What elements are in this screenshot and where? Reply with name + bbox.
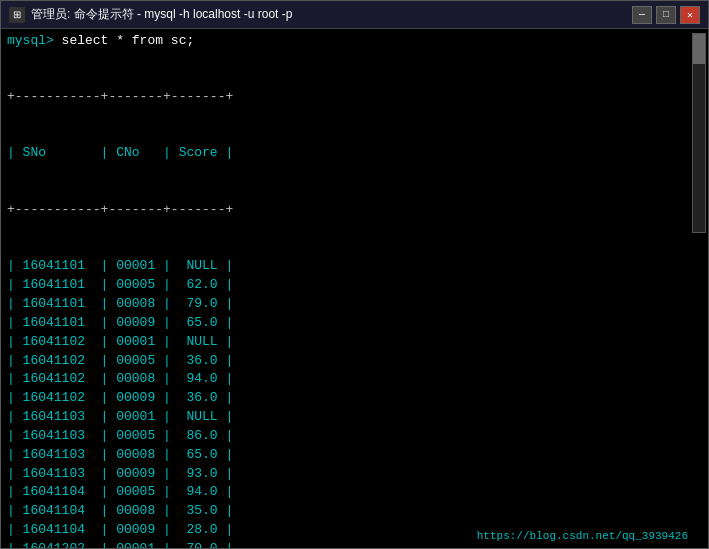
table-row: | 16041103 | 00005 | 86.0 |: [7, 427, 702, 446]
table-header: | SNo | CNo | Score |: [7, 144, 702, 163]
scrollbar-thumb[interactable]: [693, 34, 705, 64]
prompt-line: mysql> select * from sc;: [7, 33, 702, 48]
table-row: | 16041103 | 00009 | 93.0 |: [7, 465, 702, 484]
terminal-body[interactable]: mysql> select * from sc; +-----------+--…: [1, 29, 708, 548]
scrollbar[interactable]: [692, 33, 706, 233]
table-row: | 16041103 | 00008 | 65.0 |: [7, 446, 702, 465]
table-row: | 16041102 | 00001 | NULL |: [7, 333, 702, 352]
table-row: | 16041101 | 00008 | 79.0 |: [7, 295, 702, 314]
title-bar-left: ⊞ 管理员: 命令提示符 - mysql -h localhost -u roo…: [9, 6, 292, 23]
table-row: | 16041104 | 00005 | 94.0 |: [7, 483, 702, 502]
maximize-button[interactable]: □: [656, 6, 676, 24]
table-border-mid: +-----------+-------+-------+: [7, 201, 702, 220]
icon-symbol: ⊞: [13, 9, 21, 20]
window-controls[interactable]: — □ ✕: [632, 6, 700, 24]
terminal-window: ⊞ 管理员: 命令提示符 - mysql -h localhost -u roo…: [0, 0, 709, 549]
table-rows-container: | 16041101 | 00001 | NULL || 16041101 | …: [7, 257, 702, 548]
table-container: +-----------+-------+-------+ | SNo | CN…: [7, 50, 702, 548]
prompt-prefix: mysql>: [7, 33, 62, 48]
table-border-top: +-----------+-------+-------+: [7, 88, 702, 107]
table-row: | 16041103 | 00001 | NULL |: [7, 408, 702, 427]
window-icon: ⊞: [9, 7, 25, 23]
window-title: 管理员: 命令提示符 - mysql -h localhost -u root …: [31, 6, 292, 23]
command-text: select * from sc;: [62, 33, 195, 48]
table-row: | 16041101 | 00005 | 62.0 |: [7, 276, 702, 295]
title-bar: ⊞ 管理员: 命令提示符 - mysql -h localhost -u roo…: [1, 1, 708, 29]
table-row: | 16041102 | 00008 | 94.0 |: [7, 370, 702, 389]
minimize-button[interactable]: —: [632, 6, 652, 24]
close-button[interactable]: ✕: [680, 6, 700, 24]
table-row: | 16041101 | 00009 | 65.0 |: [7, 314, 702, 333]
table-row: | 16041104 | 00008 | 35.0 |: [7, 502, 702, 521]
table-row: | 16041102 | 00009 | 36.0 |: [7, 389, 702, 408]
watermark: https://blog.csdn.net/qq_3939426: [477, 530, 688, 542]
table-row: | 16041102 | 00005 | 36.0 |: [7, 352, 702, 371]
table-row: | 16041101 | 00001 | NULL |: [7, 257, 702, 276]
